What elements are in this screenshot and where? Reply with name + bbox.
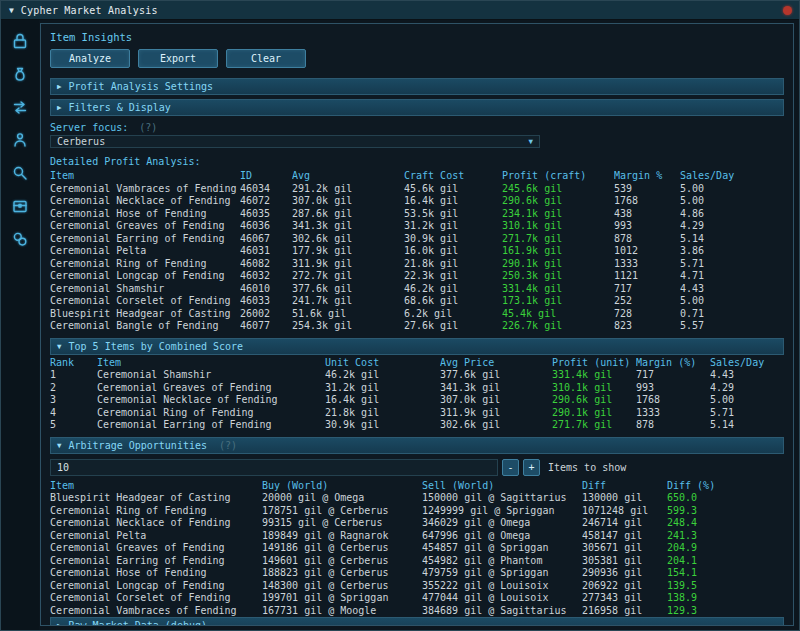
table-row[interactable]: Ceremonial Greaves of Fending46036341.3k… <box>50 220 784 233</box>
export-button[interactable]: Export <box>138 49 218 68</box>
table-cell: 51.6k gil <box>292 308 404 321</box>
table-cell: 341.3k gil <box>440 382 552 395</box>
table-row[interactable]: Ceremonial Bangle of Fending46077254.3k … <box>50 320 784 333</box>
table-cell: 46.2k gil <box>404 283 502 296</box>
table-cell: 477044 gil @ Louisoix <box>422 592 582 605</box>
table-row[interactable]: Ceremonial Corselet of Fending199701 gil… <box>50 592 784 605</box>
close-button[interactable] <box>783 6 792 15</box>
table-cell: 5.71 <box>710 407 784 420</box>
decrement-button[interactable]: - <box>502 459 519 476</box>
table-cell: Ceremonial Necklace of Fending <box>50 517 262 530</box>
table-cell: 154.1 <box>667 567 784 580</box>
table-row[interactable]: Ceremonial Earring of Fending46067302.6k… <box>50 233 784 246</box>
sidebar-item-coins[interactable] <box>8 227 32 251</box>
increment-button[interactable]: + <box>523 459 540 476</box>
items-to-show-input[interactable]: 10 <box>50 459 498 476</box>
collapse-triangle-icon[interactable]: ▼ <box>9 6 14 15</box>
table-cell: Ceremonial Shamshir <box>50 283 240 296</box>
table-row[interactable]: Ceremonial Corselet of Fending46033241.7… <box>50 295 784 308</box>
table-cell: 149601 gil @ Cerberus <box>262 555 422 568</box>
section-filters-display[interactable]: ▶ Filters & Display <box>50 99 784 116</box>
sidebar <box>1 20 39 630</box>
sidebar-item-trade[interactable] <box>8 95 32 119</box>
table-row[interactable]: Ceremonial Pelta189849 gil @ Ragnarok647… <box>50 530 784 543</box>
sidebar-item-character[interactable] <box>8 128 32 152</box>
sidebar-item-lock[interactable] <box>8 29 32 53</box>
sidebar-item-chest[interactable] <box>8 194 32 218</box>
section-arbitrage[interactable]: ▼ Arbitrage Opportunities (?) <box>50 437 784 454</box>
table-row[interactable]: Ceremonial Pelta46031177.9k gil16.0k gil… <box>50 245 784 258</box>
chevron-right-icon: ▶ <box>57 82 62 91</box>
sidebar-item-search[interactable] <box>8 161 32 185</box>
sidebar-item-money-bag[interactable] <box>8 62 32 86</box>
table-row[interactable]: Bluespirit Headgear of Casting20000 gil … <box>50 492 784 505</box>
table-row[interactable]: Ceremonial Necklace of Fending46072307.0… <box>50 195 784 208</box>
table-row[interactable]: Ceremonial Longcap of Fending148300 gil … <box>50 580 784 593</box>
table-cell: 384689 gil @ Sagittarius <box>422 605 582 618</box>
table-row[interactable]: Ceremonial Vambraces of Fending167731 gi… <box>50 605 784 618</box>
table-row[interactable]: 5Ceremonial Earring of Fending30.9k gil3… <box>50 419 784 432</box>
chevron-down-icon: ▼ <box>57 441 62 450</box>
section-label: Profit Analysis Settings <box>69 81 214 92</box>
arbitrage-help-icon[interactable]: (?) <box>219 440 237 451</box>
table-cell: 16.4k gil <box>404 195 502 208</box>
table-cell: 993 <box>636 382 710 395</box>
table-cell: 30.9k gil <box>325 419 440 432</box>
table-cell: 1 <box>50 369 97 382</box>
table-cell: 993 <box>614 220 680 233</box>
table-cell: 167731 gil @ Moogle <box>262 605 422 618</box>
table-cell: 310.1k gil <box>552 382 636 395</box>
table-row[interactable]: Ceremonial Ring of Fending178751 gil @ C… <box>50 505 784 518</box>
table-cell: 717 <box>636 369 710 382</box>
table-cell: 46.2k gil <box>325 369 440 382</box>
table-row[interactable]: 3Ceremonial Necklace of Fending16.4k gil… <box>50 394 784 407</box>
table-cell: 30.9k gil <box>404 233 502 246</box>
items-to-show-label: Items to show <box>548 462 626 473</box>
table-cell: 1333 <box>636 407 710 420</box>
table-cell: 6.2k gil <box>404 308 502 321</box>
server-focus-help-icon[interactable]: (?) <box>139 122 157 133</box>
analyze-button[interactable]: Analyze <box>50 49 130 68</box>
table-cell: 1768 <box>614 195 680 208</box>
table-row[interactable]: Ceremonial Necklace of Fending99315 gil … <box>50 517 784 530</box>
clear-button[interactable]: Clear <box>226 49 306 68</box>
app-window: ▼ Cypher Market Analysis <box>0 0 800 631</box>
section-top5[interactable]: ▼ Top 5 Items by Combined Score <box>50 338 784 355</box>
table-row[interactable]: Ceremonial Ring of Fending46082311.9k gi… <box>50 258 784 271</box>
table-row[interactable]: Ceremonial Greaves of Fending149186 gil … <box>50 542 784 555</box>
table-row[interactable]: Ceremonial Longcap of Fending46032272.7k… <box>50 270 784 283</box>
table-cell: Ceremonial Earring of Fending <box>50 233 240 246</box>
titlebar: ▼ Cypher Market Analysis <box>1 1 799 20</box>
table-row[interactable]: 2Ceremonial Greaves of Fending31.2k gil3… <box>50 382 784 395</box>
table-row[interactable]: Ceremonial Shamshir46010377.6k gil46.2k … <box>50 283 784 296</box>
section-profit-analysis-settings[interactable]: ▶ Profit Analysis Settings <box>50 78 784 95</box>
column-header: Diff <box>582 480 667 493</box>
table-cell: 178751 gil @ Cerberus <box>262 505 422 518</box>
table-cell: 377.6k gil <box>440 369 552 382</box>
lock-icon <box>10 31 30 51</box>
table-row[interactable]: 4Ceremonial Ring of Fending21.8k gil311.… <box>50 407 784 420</box>
table-cell: 290.1k gil <box>552 407 636 420</box>
table-cell: 287.6k gil <box>292 208 404 221</box>
table-cell: 1333 <box>614 258 680 271</box>
table-cell: Ceremonial Longcap of Fending <box>50 270 240 283</box>
chevron-down-icon: ▼ <box>57 342 62 351</box>
table-cell: 271.7k gil <box>502 233 614 246</box>
section-raw-market-data[interactable]: ▶ Raw Market Data (debug) <box>50 617 784 626</box>
table-row[interactable]: Ceremonial Hose of Fending46035287.6k gi… <box>50 208 784 221</box>
section-label: Raw Market Data (debug) <box>69 620 207 626</box>
table-cell: Ceremonial Earring of Fending <box>50 555 262 568</box>
table-cell: 650.0 <box>667 492 784 505</box>
table-row[interactable]: 1Ceremonial Shamshir46.2k gil377.6k gil3… <box>50 369 784 382</box>
table-row[interactable]: Ceremonial Earring of Fending149601 gil … <box>50 555 784 568</box>
server-dropdown[interactable]: Cerberus ▼ <box>50 135 540 148</box>
table-row[interactable]: Bluespirit Headgear of Casting2600251.6k… <box>50 308 784 321</box>
table-row[interactable]: Ceremonial Hose of Fending188823 gil @ C… <box>50 567 784 580</box>
table-row[interactable]: Ceremonial Vambraces of Fending46034291.… <box>50 183 784 196</box>
table-cell: 45.6k gil <box>404 183 502 196</box>
table-cell: 454857 gil @ Spriggan <box>422 542 582 555</box>
table-cell: 599.3 <box>667 505 784 518</box>
table-cell: 130000 gil <box>582 492 667 505</box>
table-cell: 647996 gil @ Omega <box>422 530 582 543</box>
table-cell: 307.0k gil <box>440 394 552 407</box>
